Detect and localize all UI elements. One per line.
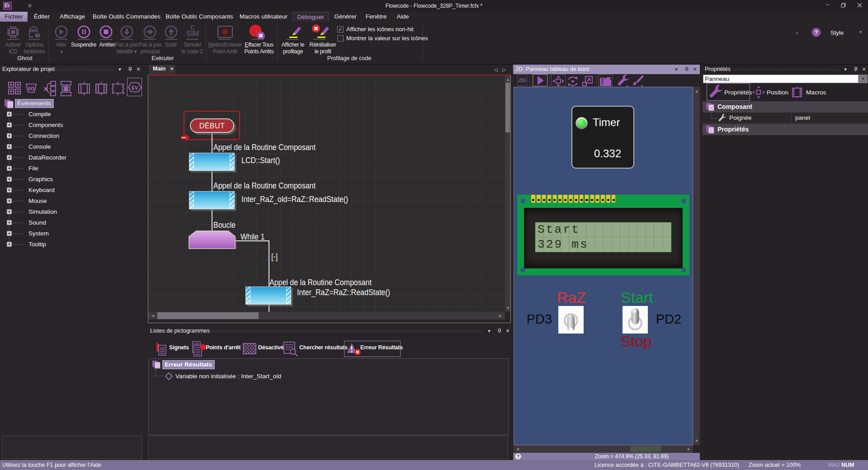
svg-text:EV: EV <box>132 85 138 90</box>
svg-text:I/O: I/O <box>28 86 34 91</box>
svg-text:?: ? <box>815 29 818 36</box>
svg-text:?: ? <box>517 454 519 459</box>
